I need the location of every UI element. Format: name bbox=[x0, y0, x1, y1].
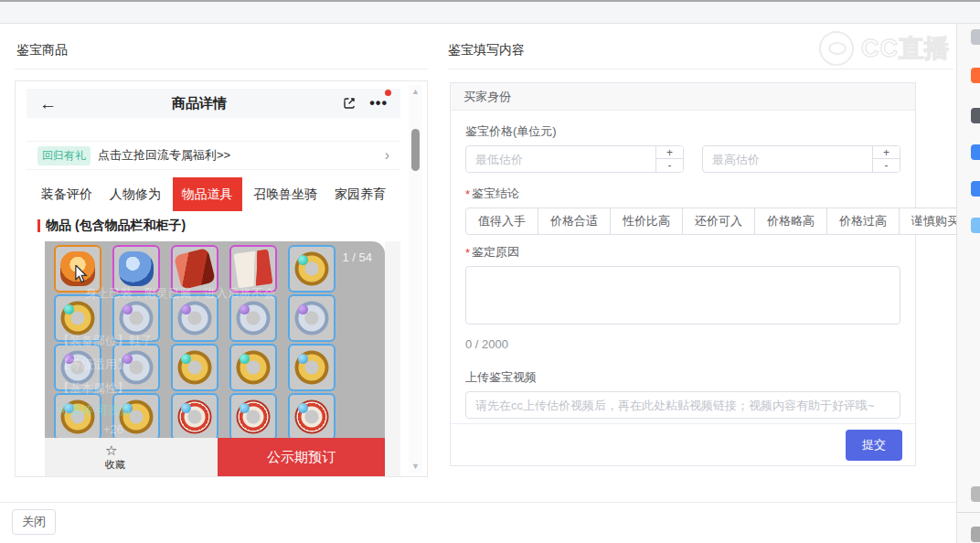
reason-label: * 鉴定原因 bbox=[465, 244, 900, 261]
item-tile[interactable] bbox=[288, 393, 336, 441]
min-price-spinner: + - bbox=[655, 146, 683, 172]
promo-banner[interactable]: 回归有礼 点击立抢回流专属福利>> › bbox=[27, 141, 400, 170]
video-link-input[interactable] bbox=[465, 391, 900, 419]
conclusion-option-价格过高[interactable]: 价格过高 bbox=[826, 208, 900, 235]
conclusion-option-价格合适[interactable]: 价格合适 bbox=[538, 208, 611, 235]
tab-装备评价[interactable]: 装备评价 bbox=[36, 177, 98, 211]
cc-logo-icon bbox=[819, 31, 854, 66]
goldblue-item-icon bbox=[294, 350, 329, 385]
item-tile[interactable] bbox=[288, 294, 336, 342]
required-mark: * bbox=[465, 187, 470, 201]
right-title-divider bbox=[448, 69, 953, 69]
mouse-cursor bbox=[74, 265, 91, 287]
phone-page-title: 商品详情 bbox=[57, 95, 342, 112]
tab-家园养育[interactable]: 家园养育 bbox=[329, 177, 391, 211]
docked-app-icon[interactable] bbox=[971, 218, 980, 233]
faded-tooltip-text: +26 bbox=[103, 422, 123, 436]
conclusion-option-价格略高[interactable]: 价格略高 bbox=[754, 208, 827, 235]
product-preview-card: ← 商品详情 ••• 回归有礼 点击立抢回流专属福利>> › 装备评价人物修为物… bbox=[15, 80, 428, 477]
tab-物品道具[interactable]: 物品道具 bbox=[173, 177, 242, 211]
faded-tooltip-text: 可重铸 可洗炼 bbox=[58, 402, 133, 419]
form-footer: 提交 bbox=[451, 423, 915, 465]
phone-footer-bar: ☆ 收藏 公示期预订 bbox=[45, 438, 385, 476]
category-tabs: 装备评价人物修为物品道具召唤兽坐骑家园养育 bbox=[27, 177, 400, 211]
share-icon[interactable] bbox=[342, 96, 357, 111]
star-icon: ☆ bbox=[105, 443, 117, 457]
scrollbar-thumb[interactable] bbox=[411, 129, 420, 171]
preview-scrollbar[interactable]: ▲ ▼ bbox=[409, 85, 422, 473]
phone-header: ← 商品详情 ••• bbox=[27, 89, 400, 118]
docked-app-icon[interactable] bbox=[971, 29, 980, 45]
conclusion-option-还价可入[interactable]: 还价可入 bbox=[682, 208, 755, 235]
section-accent-bar bbox=[37, 219, 40, 232]
buyer-identity-header: 买家身份 bbox=[451, 83, 915, 111]
promo-text: 点击立抢回流专属福利>> bbox=[98, 147, 378, 164]
toolbar-divider bbox=[956, 512, 980, 513]
close-button[interactable]: 关闭 bbox=[12, 509, 56, 535]
left-panel-title: 鉴宝商品 bbox=[16, 42, 68, 59]
scroll-item-icon bbox=[174, 248, 216, 290]
cc-watermark: CC直播 bbox=[819, 31, 950, 66]
max-price-spinner: + - bbox=[872, 146, 900, 172]
scroll-up-icon[interactable]: ▲ bbox=[409, 87, 422, 96]
back-icon[interactable]: ← bbox=[39, 95, 57, 112]
decrement-button[interactable]: - bbox=[873, 159, 900, 172]
faded-tooltip-text: 【装备部位】鞋子 bbox=[58, 333, 153, 349]
submit-button[interactable]: 提交 bbox=[846, 430, 902, 461]
notification-dot bbox=[385, 90, 391, 96]
gold-item-icon bbox=[294, 251, 329, 286]
grid-page-counter: 1 / 54 bbox=[342, 250, 372, 264]
min-price-field: + - bbox=[465, 145, 684, 173]
appraisal-dialog: 鉴宝商品 ← 商品详情 ••• 回归有礼 点击立抢回流专属福利>> › 装 bbox=[0, 0, 980, 543]
item-tile[interactable] bbox=[171, 393, 218, 441]
item-tile[interactable] bbox=[288, 245, 336, 293]
faded-tooltip-text: 【等级适用】 bbox=[58, 357, 129, 373]
left-title-divider bbox=[15, 69, 428, 69]
increment-button[interactable]: + bbox=[656, 146, 683, 159]
favorite-button[interactable]: ☆ 收藏 bbox=[45, 438, 218, 476]
boots-item-icon bbox=[119, 251, 154, 286]
docked-side-toolbar bbox=[956, 24, 980, 543]
promo-badge: 回归有礼 bbox=[37, 146, 91, 165]
conclusion-options: 值得入手价格合适性价比高还价可入价格略高价格过高谨慎购买 bbox=[465, 208, 900, 235]
conclusion-option-性价比高[interactable]: 性价比高 bbox=[610, 208, 683, 235]
phone-preview: ← 商品详情 ••• 回归有礼 点击立抢回流专属福利>> › 装备评价人物修为物… bbox=[27, 89, 400, 476]
docked-app-icon[interactable] bbox=[971, 527, 980, 542]
red-item-icon bbox=[294, 399, 329, 434]
bottom-divider bbox=[0, 502, 956, 503]
appraisal-form-card: 买家身份 鉴宝价格(单位元) + - + - bbox=[450, 82, 916, 466]
reason-textarea[interactable] bbox=[465, 266, 900, 325]
more-menu-icon[interactable]: ••• bbox=[369, 101, 388, 106]
section-heading: 物品 (包含物品栏和柜子) bbox=[37, 218, 186, 234]
docked-app-icon[interactable] bbox=[971, 108, 980, 123]
min-price-input[interactable] bbox=[466, 146, 655, 172]
item-tile[interactable] bbox=[288, 344, 336, 391]
docked-app-icon[interactable] bbox=[971, 144, 980, 160]
price-label: 鉴宝价格(单位元) bbox=[465, 123, 900, 140]
section-title: 物品 (包含物品栏和柜子) bbox=[46, 218, 186, 234]
grid-right-margin bbox=[385, 241, 400, 476]
docked-app-icon[interactable] bbox=[971, 486, 980, 502]
max-price-input[interactable] bbox=[703, 146, 872, 172]
docked-app-icon[interactable] bbox=[971, 181, 980, 197]
scroll-down-icon[interactable]: ▼ bbox=[409, 462, 422, 471]
silver-item-icon bbox=[177, 301, 212, 335]
conclusion-option-值得入手[interactable]: 值得入手 bbox=[465, 208, 538, 235]
docked-app-icon[interactable] bbox=[971, 68, 980, 83]
item-tile[interactable] bbox=[229, 393, 277, 441]
decrement-button[interactable]: - bbox=[656, 159, 683, 172]
gold-item-icon bbox=[60, 301, 95, 335]
item-tile[interactable] bbox=[171, 344, 218, 391]
tab-人物修为[interactable]: 人物修为 bbox=[104, 177, 166, 211]
right-panel-title: 鉴宝填写内容 bbox=[448, 42, 525, 59]
favorite-label: 收藏 bbox=[105, 458, 125, 472]
faded-tooltip-text: 身上已装，附灵已藏，进入后将不会 bbox=[85, 285, 275, 302]
conclusion-label: * 鉴宝结论 bbox=[465, 186, 900, 202]
required-mark: * bbox=[465, 246, 470, 260]
increment-button[interactable]: + bbox=[873, 146, 900, 159]
book-item-icon bbox=[234, 250, 273, 289]
reserve-button[interactable]: 公示期预订 bbox=[218, 438, 385, 476]
tab-召唤兽坐骑[interactable]: 召唤兽坐骑 bbox=[248, 177, 323, 211]
silver-item-icon bbox=[236, 301, 271, 335]
item-tile[interactable] bbox=[229, 344, 277, 391]
